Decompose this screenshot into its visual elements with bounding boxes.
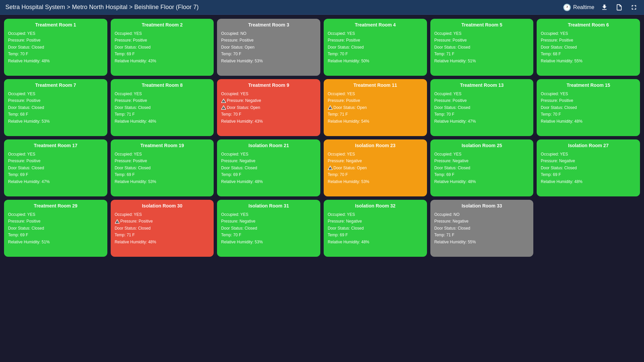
field-pressure--room-23: Pressure: Negative	[328, 158, 423, 164]
room-card-room-29[interactable]: Treatment Room 29Occupied: YESPressure: …	[4, 200, 107, 257]
field-occupied--room-11: Occupied: YES	[328, 90, 423, 97]
field-occupied--room-17: Occupied: YES	[8, 151, 103, 158]
room-card-room-19[interactable]: Treatment Room 19Occupied: YESPressure: …	[111, 139, 214, 196]
room-card-room-5[interactable]: Treatment Room 5Occupied: YESPressure: P…	[430, 19, 534, 76]
room-card-room-9[interactable]: Treatment Room 9Occupied: YES ! Pressure…	[217, 79, 320, 136]
field-occupied--room-25: Occupied: YES	[434, 151, 530, 158]
room-body-room-21: Occupied: YESPressure: NegativeDoor Stat…	[221, 151, 316, 185]
room-body-room-27: Occupied: YESPressure: NegativeDoor Stat…	[541, 151, 636, 185]
room-card-room-33[interactable]: Isolation Room 33Occupied: NOPressure: N…	[430, 200, 534, 257]
field-pressure--room-4: Pressure: Positive	[328, 37, 423, 44]
field-relative-humidity--room-29: Relative Humidity: 51%	[8, 239, 103, 245]
field-relative-humidity--room-8: Relative Humidity: 48%	[115, 118, 210, 125]
field-occupied--room-23: Occupied: YES	[328, 151, 423, 158]
room-card-room-13[interactable]: Treatment Room 13Occupied: YESPressure: …	[430, 79, 534, 136]
room-title-room-32: Isolation Room 32	[328, 203, 423, 208]
room-title-room-31: Isolation Room 31	[221, 203, 316, 208]
field-occupied--room-15: Occupied: YES	[541, 90, 636, 97]
field-temp--room-21: Temp: 69 F	[221, 171, 316, 178]
field-door-status--room-3: Door Status: Open	[221, 44, 316, 51]
room-card-room-2[interactable]: Treatment Room 2Occupied: YESPressure: P…	[111, 19, 214, 76]
field-pressure--room-31: Pressure: Negative	[221, 218, 316, 225]
download-icon[interactable]	[600, 3, 609, 12]
field-pressure--room-21: Pressure: Negative	[221, 158, 316, 164]
room-body-room-9: Occupied: YES ! Pressure: Negative ! Doo…	[221, 90, 316, 125]
room-title-room-13: Treatment Room 13	[434, 82, 530, 88]
field-temp--room-7: Temp: 68 F	[8, 111, 103, 118]
room-body-room-33: Occupied: NOPressure: NegativeDoor Statu…	[434, 211, 530, 245]
field-relative-humidity--room-11: Relative Humidity: 54%	[328, 118, 423, 125]
room-card-room-3[interactable]: Treatment Room 3Occupied: NOPressure: Po…	[217, 19, 320, 76]
room-card-room-6[interactable]: Treatment Room 6Occupied: YESPressure: P…	[537, 19, 640, 76]
room-title-room-33: Isolation Room 33	[434, 203, 530, 208]
field-door-status--room-6: Door Status: Closed	[541, 44, 636, 51]
field-pressure--room-27: Pressure: Negative	[541, 158, 636, 164]
header-controls: 🕐 Realtime	[563, 3, 639, 12]
field-temp--room-17: Temp: 69 F	[8, 171, 103, 178]
field-occupied--room-27: Occupied: YES	[541, 151, 636, 158]
room-body-room-15: Occupied: YESPressure: PositiveDoor Stat…	[541, 90, 636, 125]
room-card-room-15[interactable]: Treatment Room 15Occupied: YESPressure: …	[537, 79, 640, 136]
field-occupied--room-5: Occupied: YES	[434, 30, 530, 37]
field-temp--room-9: Temp: 70 F	[221, 111, 316, 118]
room-card-room-17[interactable]: Treatment Room 17Occupied: YESPressure: …	[4, 139, 107, 196]
field-relative-humidity--room-33: Relative Humidity: 55%	[434, 239, 530, 245]
field-door-status--room-8: Door Status: Closed	[115, 104, 210, 111]
room-card-room-23[interactable]: Isolation Room 23Occupied: YESPressure: …	[324, 139, 427, 196]
field-door-status--room-13: Door Status: Closed	[434, 104, 530, 111]
field-relative-humidity--room-17: Relative Humidity: 47%	[8, 178, 103, 185]
room-title-room-5: Treatment Room 5	[434, 22, 530, 27]
room-body-room-4: Occupied: YESPressure: PositiveDoor Stat…	[328, 30, 423, 64]
field-pressure--room-13: Pressure: Positive	[434, 97, 530, 104]
room-card-room-32[interactable]: Isolation Room 32Occupied: YESPressure: …	[324, 200, 427, 257]
file-icon[interactable]	[614, 3, 624, 12]
svg-text:!: !	[330, 107, 331, 110]
field-occupied--room-32: Occupied: YES	[328, 211, 423, 218]
field-door-status--room-21: Door Status: Closed	[221, 165, 316, 171]
field-pressure--room-8: Pressure: Positive	[115, 97, 210, 104]
room-card-room-30[interactable]: Isolation Room 30Occupied: YES ! Pressur…	[111, 200, 214, 257]
expand-icon[interactable]	[629, 3, 639, 12]
field-occupied--room-6: Occupied: YES	[541, 30, 636, 37]
field-door-status--room-7: Door Status: Closed	[8, 104, 103, 111]
field-relative-humidity--room-1: Relative Humidity: 48%	[8, 58, 103, 64]
field-door-status--room-2: Door Status: Closed	[115, 44, 210, 51]
room-title-room-9: Treatment Room 9	[221, 82, 316, 88]
svg-text:!: !	[223, 107, 224, 110]
field-door-status--room-15: Door Status: Closed	[541, 104, 636, 111]
field-temp--room-30: Temp: 71 F	[115, 232, 210, 238]
room-card-room-4[interactable]: Treatment Room 4Occupied: YESPressure: P…	[324, 19, 427, 76]
room-body-room-25: Occupied: YESPressure: NegativeDoor Stat…	[434, 151, 530, 185]
field-door-status--room-1: Door Status: Closed	[8, 44, 103, 51]
svg-text:!: !	[330, 167, 331, 170]
room-card-room-25[interactable]: Isolation Room 25Occupied: YESPressure: …	[430, 139, 534, 196]
room-card-room-1[interactable]: Treatment Room 1Occupied: YESPressure: P…	[4, 19, 107, 76]
field-relative-humidity--room-30: Relative Humidity: 48%	[115, 239, 210, 245]
field-door-status--room-23: ! Door Status: Open	[328, 165, 423, 171]
field-occupied--room-13: Occupied: YES	[434, 90, 530, 97]
field-temp--room-5: Temp: 71 F	[434, 51, 530, 57]
room-card-room-21[interactable]: Isolation Room 21Occupied: YESPressure: …	[217, 139, 320, 196]
field-door-status--room-27: Door Status: Closed	[541, 165, 636, 171]
field-occupied--room-9: Occupied: YES	[221, 90, 316, 97]
field-door-status--room-4: Door Status: Closed	[328, 44, 423, 51]
room-body-room-11: Occupied: YESPressure: Positive ! Door S…	[328, 90, 423, 125]
field-temp--room-4: Temp: 70 F	[328, 51, 423, 57]
field-occupied--room-21: Occupied: YES	[221, 151, 316, 158]
room-card-room-27[interactable]: Isolation Room 27Occupied: YESPressure: …	[537, 139, 640, 196]
realtime-label: Realtime	[573, 4, 594, 10]
field-occupied--room-29: Occupied: YES	[8, 211, 103, 218]
field-temp--room-8: Temp: 71 F	[115, 111, 210, 118]
field-relative-humidity--room-13: Relative Humidity: 47%	[434, 118, 530, 125]
room-card-room-7[interactable]: Treatment Room 7Occupied: YESPressure: P…	[4, 79, 107, 136]
room-body-room-2: Occupied: YESPressure: PositiveDoor Stat…	[115, 30, 210, 64]
room-card-room-31[interactable]: Isolation Room 31Occupied: YESPressure: …	[217, 200, 320, 257]
field-occupied--room-2: Occupied: YES	[115, 30, 210, 37]
field-pressure--room-33: Pressure: Negative	[434, 218, 530, 225]
field-relative-humidity--room-9: Relative Humidity: 43%	[221, 118, 316, 125]
field-relative-humidity--room-32: Relative Humidity: 48%	[328, 239, 423, 245]
room-card-room-11[interactable]: Treatment Room 11Occupied: YESPressure: …	[324, 79, 427, 136]
room-title-room-27: Isolation Room 27	[541, 143, 636, 148]
room-card-room-8[interactable]: Treatment Room 8Occupied: YESPressure: P…	[111, 79, 214, 136]
field-relative-humidity--room-3: Relative Humidity: 53%	[221, 58, 316, 64]
